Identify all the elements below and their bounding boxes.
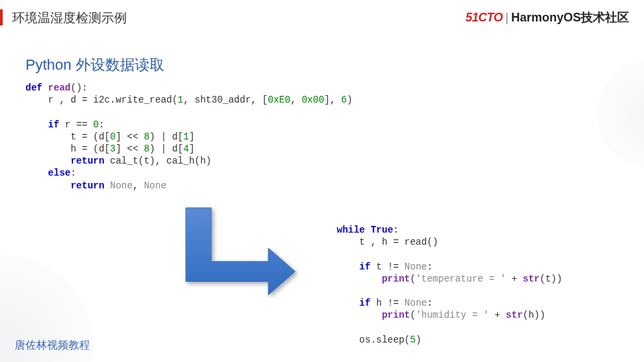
brand-separator: |	[505, 11, 508, 24]
brand-community: HarmonyOS技术社区	[511, 11, 629, 24]
section-title: Python 外设数据读取	[25, 55, 164, 75]
header: 环境温湿度检测示例 51CTO|HarmonyOS技术社区	[0, 0, 644, 32]
footer-credit: 唐佐林视频教程	[15, 339, 90, 353]
accent-bar	[0, 9, 3, 25]
code-block-loop: while True: t , h = read() if t != None:…	[337, 224, 562, 346]
brand-logo: 51CTO	[466, 11, 502, 24]
slide-topic: 环境温湿度检测示例	[12, 9, 127, 27]
bg-decoration-1	[597, 60, 644, 168]
brand-block: 51CTO|HarmonyOS技术社区	[466, 9, 629, 25]
code-block-read: def read(): r , d = i2c.write_read(1, sh…	[25, 82, 352, 192]
arrow-icon	[178, 204, 299, 298]
